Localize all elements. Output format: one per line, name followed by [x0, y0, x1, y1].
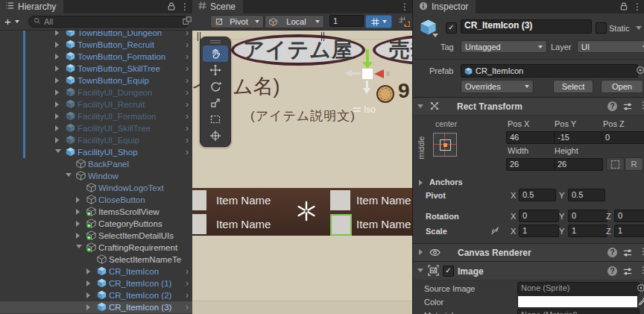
pos-y-field[interactable]: -15: [554, 131, 603, 144]
gameobject-name-field[interactable]: CR_ItemIcon (3): [461, 19, 592, 34]
scale-tool-button[interactable]: [203, 95, 228, 111]
component-menu-icon[interactable]: ⋮: [639, 101, 644, 110]
item-icon-slot-selected[interactable]: [330, 214, 352, 236]
inspector-menu-icon[interactable]: ⋮: [633, 2, 642, 11]
expand-arrow-icon[interactable]: [55, 42, 59, 48]
hierarchy-row[interactable]: FacilityUI_Equip›: [0, 134, 192, 146]
scale-z-field[interactable]: 1: [614, 224, 644, 237]
item-icon-slot[interactable]: [192, 214, 206, 234]
prefab-open-chevron[interactable]: ›: [186, 63, 189, 74]
handle-rotation-dropdown[interactable]: Local: [265, 15, 324, 28]
hierarchy-row[interactable]: CR_ItemIcon›: [0, 266, 192, 277]
expand-arrow-icon[interactable]: [55, 149, 61, 153]
expand-arrow-icon[interactable]: [55, 113, 59, 119]
canvas-renderer-foldout[interactable]: [419, 249, 423, 255]
expand-arrow-icon[interactable]: [55, 66, 59, 72]
expand-arrow-icon[interactable]: [76, 221, 80, 227]
prefab-open-chevron[interactable]: ›: [186, 135, 189, 145]
tab-inspector[interactable]: Inspector: [413, 0, 476, 13]
prefab-open-chevron[interactable]: ›: [186, 290, 189, 301]
expand-arrow-icon[interactable]: [76, 197, 80, 203]
snap-toggle-icon[interactable]: [399, 16, 410, 28]
prefab-target-picker-icon[interactable]: [636, 66, 644, 76]
hierarchy-row[interactable]: CategoryButtons: [0, 218, 192, 230]
scene-viewport[interactable]: (アイテム名) アイテム屋 売却 (アイテム説明文) x: [192, 30, 412, 314]
tab-scene[interactable]: Scene: [192, 0, 243, 13]
hierarchy-search-input[interactable]: All: [28, 16, 190, 28]
grid-visibility-toggle[interactable]: [365, 15, 392, 28]
active-checkbox[interactable]: ✓: [446, 22, 457, 34]
canvas-renderer-menu-icon[interactable]: ⋮: [639, 247, 644, 256]
prefab-open-chevron[interactable]: ›: [186, 40, 189, 50]
prefab-open-chevron[interactable]: ›: [186, 111, 189, 122]
hierarchy-row[interactable]: CR_ItemIcon (1)›: [0, 277, 192, 289]
gameobject-icon-dropdown[interactable]: [432, 34, 438, 37]
expand-arrow-icon[interactable]: [55, 90, 59, 95]
add-gameobject-button[interactable]: +: [4, 15, 11, 28]
prefab-open-chevron[interactable]: ›: [186, 87, 189, 98]
expand-arrow-icon[interactable]: [86, 292, 90, 298]
lock-icon[interactable]: [167, 1, 176, 13]
item-icon-slot[interactable]: [192, 190, 206, 210]
rotation-x-field[interactable]: 0: [519, 210, 559, 222]
static-checkbox[interactable]: [596, 22, 607, 34]
image-menu-icon[interactable]: ⋮: [639, 266, 644, 274]
expand-arrow-icon[interactable]: [76, 233, 80, 239]
expand-arrow-icon[interactable]: [55, 137, 59, 143]
hierarchy-row[interactable]: TownButton_Equip›: [0, 75, 192, 87]
rect-transform-foldout[interactable]: [417, 104, 423, 108]
transform-tool-button[interactable]: [203, 128, 228, 144]
item-icon-slot[interactable]: [330, 190, 350, 210]
rotation-y-field[interactable]: 0: [568, 210, 607, 222]
rect-tool-button[interactable]: [203, 111, 228, 128]
expand-arrow-icon[interactable]: [55, 101, 59, 107]
anchor-preset-widget[interactable]: [433, 133, 457, 157]
expand-arrow-icon[interactable]: [66, 173, 72, 177]
hierarchy-row[interactable]: FacilityUI_Recruit›: [0, 98, 192, 110]
blueprint-mode-button[interactable]: [606, 157, 625, 171]
scene-picker-icon[interactable]: [183, 16, 192, 27]
palette-drag-handle[interactable]: [210, 40, 221, 43]
prefab-open-chevron[interactable]: ›: [186, 99, 189, 110]
hierarchy-row[interactable]: TownButton_Recruit›: [0, 39, 192, 51]
layer-dropdown[interactable]: UI: [577, 40, 644, 53]
hierarchy-row[interactable]: CraftingRequirement: [0, 242, 192, 254]
prefab-open-chevron[interactable]: ›: [186, 51, 189, 62]
source-image-picker-icon[interactable]: [637, 283, 644, 294]
static-dropdown-arrow[interactable]: [636, 26, 642, 30]
pivot-x-field[interactable]: 0.5: [519, 189, 556, 201]
height-field[interactable]: 26: [554, 158, 603, 171]
image-help-icon[interactable]: ?: [607, 266, 617, 276]
hierarchy-row[interactable]: FacilityUI_Dungeon›: [0, 87, 192, 98]
prefab-object-field[interactable]: CR_ItemIcon: [461, 64, 638, 78]
pos-z-field[interactable]: 0: [602, 131, 644, 144]
grid-size-field[interactable]: 1: [329, 15, 364, 27]
move-tool-button[interactable]: [203, 62, 228, 78]
hierarchy-row[interactable]: Window: [0, 170, 192, 182]
tag-dropdown[interactable]: Untagged: [461, 40, 547, 53]
hierarchy-row[interactable]: CR_ItemIcon (2)›: [0, 289, 192, 301]
rotation-z-field[interactable]: 0: [614, 210, 644, 222]
open-button[interactable]: Open: [601, 80, 643, 93]
prefab-open-chevron[interactable]: ›: [186, 266, 189, 277]
rect-transform-header[interactable]: Rect Transform ? ⋮: [413, 97, 644, 116]
presets-icon[interactable]: [622, 101, 633, 113]
pos-x-field[interactable]: 46: [506, 131, 555, 144]
tab-hierarchy[interactable]: Hierarchy: [0, 0, 63, 13]
canvas-renderer-help-icon[interactable]: ?: [607, 248, 617, 257]
width-field[interactable]: 26: [506, 158, 555, 171]
prefab-open-chevron[interactable]: ›: [186, 302, 189, 313]
image-presets-icon[interactable]: [622, 266, 633, 278]
prefab-open-chevron[interactable]: ›: [186, 147, 189, 157]
hierarchy-row[interactable]: TownButton_Formation›: [0, 51, 192, 63]
rotate-tool-button[interactable]: [203, 78, 228, 95]
canvas-renderer-header[interactable]: Canvas Renderer ? ⋮: [413, 243, 644, 262]
expand-arrow-icon[interactable]: [55, 30, 59, 36]
hierarchy-row[interactable]: ItemsScrollView: [0, 206, 192, 218]
prefab-open-chevron[interactable]: ›: [186, 278, 189, 289]
add-dropdown-arrow[interactable]: [15, 20, 19, 23]
expand-arrow-icon[interactable]: [76, 245, 82, 248]
expand-arrow-icon[interactable]: [86, 280, 90, 286]
expand-arrow-icon[interactable]: [55, 54, 59, 60]
scale-x-field[interactable]: 1: [519, 224, 559, 237]
